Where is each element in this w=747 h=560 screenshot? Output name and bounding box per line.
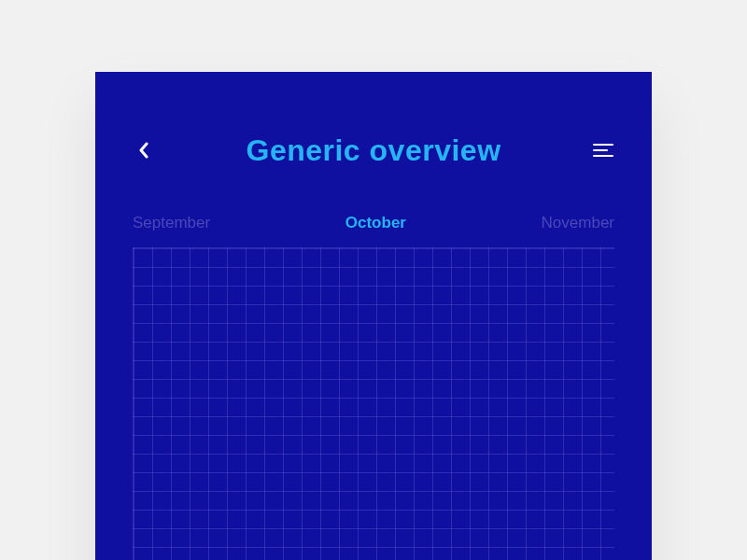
menu-button[interactable]	[592, 139, 614, 161]
month-tab-current[interactable]: October	[345, 214, 406, 232]
month-navigation: September October November	[95, 214, 652, 232]
menu-icon	[593, 144, 613, 157]
month-tab-next[interactable]: November	[542, 214, 614, 232]
back-button[interactable]	[133, 139, 155, 161]
chart-grid	[133, 247, 614, 560]
chevron-left-icon	[138, 142, 149, 159]
page-title: Generic overview	[246, 133, 500, 168]
header: Generic overview	[95, 72, 652, 184]
month-tab-prev[interactable]: September	[133, 214, 210, 232]
app-screen: Generic overview September October Novem…	[95, 72, 652, 560]
